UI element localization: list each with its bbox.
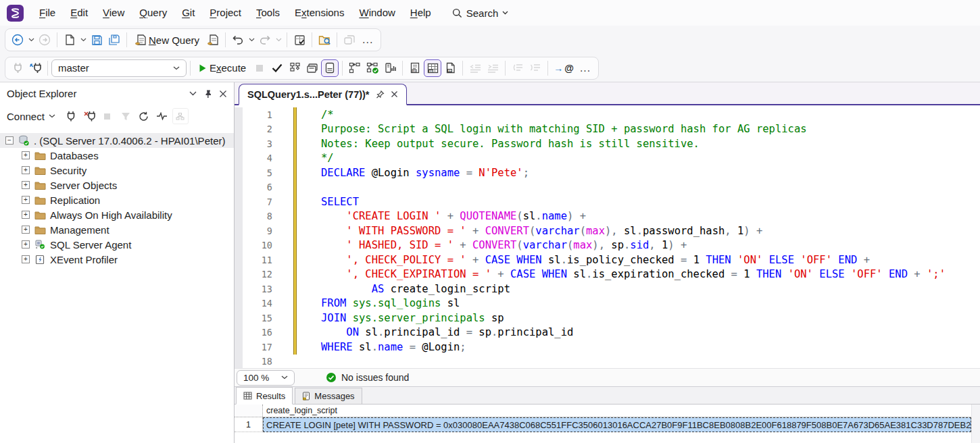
connect-dropdown[interactable]: Connect xyxy=(7,111,55,122)
menu-help[interactable]: Help xyxy=(403,4,439,21)
breakpoint-margin[interactable] xyxy=(235,194,243,209)
code-line-17[interactable]: 17WHERE sl.name = @Login; xyxy=(235,340,980,355)
oe-connect-server-button[interactable] xyxy=(63,108,79,124)
database-combobox[interactable]: master xyxy=(51,59,187,77)
code-line-5[interactable]: 5DECLARE @Login sysname = N'Pete'; xyxy=(235,165,980,180)
code-line-9[interactable]: 9 ' WITH PASSWORD = ' + CONVERT(varchar(… xyxy=(235,224,980,238)
navigate-backward-dropdown[interactable] xyxy=(26,31,36,49)
oe-object-details-button[interactable] xyxy=(172,108,189,124)
execute-button[interactable]: Execute xyxy=(194,59,251,77)
breakpoint-margin[interactable] xyxy=(235,311,243,325)
include-actual-execution-plan-button[interactable] xyxy=(346,59,364,77)
code-line-7[interactable]: 7SELECT xyxy=(235,194,980,209)
breakpoint-margin[interactable] xyxy=(235,107,243,122)
document-tab-close-icon[interactable] xyxy=(391,90,398,98)
breakpoint-margin[interactable] xyxy=(235,122,243,137)
code-line-4[interactable]: 4*/ xyxy=(235,151,980,166)
expand-expander-icon[interactable]: + xyxy=(22,181,30,189)
redo-button[interactable] xyxy=(256,31,274,49)
sql-code-editor[interactable]: 1/*2Purpose: Script a SQL login with mat… xyxy=(235,105,980,368)
parse-button[interactable] xyxy=(268,59,286,77)
expand-expander-icon[interactable]: + xyxy=(22,196,30,204)
change-connection-button[interactable] xyxy=(26,59,44,77)
new-database-engine-query-button[interactable] xyxy=(204,31,222,49)
results-tab-results[interactable]: Results xyxy=(236,387,293,405)
object-explorer-close-icon[interactable] xyxy=(219,90,227,98)
code-line-16[interactable]: 16 ON sl.principal_id = sp.principal_id xyxy=(235,325,980,340)
uncomment-selection-button[interactable] xyxy=(526,59,544,77)
tree-item-always-on-high-availability[interactable]: +Always On High Availability xyxy=(0,207,234,222)
code-line-3[interactable]: 3Notes: Keep output secure. Password has… xyxy=(235,136,980,151)
tree-item-security[interactable]: +Security xyxy=(0,163,234,178)
oe-activity-monitor-button[interactable] xyxy=(154,108,170,124)
code-line-2[interactable]: 2Purpose: Script a SQL login with matchi… xyxy=(235,122,980,137)
menu-window[interactable]: Window xyxy=(351,4,402,21)
tree-item-server-objects[interactable]: +Server Objects xyxy=(0,178,234,192)
oe-filter-button[interactable] xyxy=(118,108,134,124)
code-line-8[interactable]: 8 'CREATE LOGIN ' + QUOTENAME(sl.name) + xyxy=(235,209,980,224)
breakpoint-margin[interactable] xyxy=(235,325,243,340)
toggle-results-pane-button[interactable] xyxy=(321,59,339,77)
undo-dropdown[interactable] xyxy=(247,31,256,49)
query-options-button[interactable] xyxy=(303,59,321,77)
breakpoint-margin[interactable] xyxy=(235,151,243,166)
results-to-text-button[interactable]: 01 xyxy=(406,59,424,77)
expand-expander-icon[interactable]: + xyxy=(22,151,30,159)
editor-zoom-combobox[interactable]: 100 % xyxy=(237,370,295,386)
new-query-button[interactable]: New Query xyxy=(130,31,204,49)
code-line-14[interactable]: 14FROM sys.sql_logins sl xyxy=(235,296,980,311)
menu-file[interactable]: File xyxy=(32,4,63,21)
query-toolbar-overflow-button[interactable]: ... xyxy=(576,62,595,74)
results-tab-messages[interactable]: Messages xyxy=(295,388,362,404)
row-number-cell[interactable]: 1 xyxy=(235,417,263,432)
result-value-cell[interactable]: CREATE LOGIN [pete] WITH PASSWORD = 0x03… xyxy=(263,417,971,432)
breakpoint-margin[interactable] xyxy=(235,253,243,267)
menu-query[interactable]: Query xyxy=(132,4,174,21)
include-live-query-statistics-button[interactable] xyxy=(364,59,381,77)
breakpoint-margin[interactable] xyxy=(235,165,243,180)
cancel-query-button[interactable] xyxy=(251,59,268,77)
search-control[interactable]: Search xyxy=(447,5,514,22)
increase-indent-button[interactable] xyxy=(484,59,501,77)
menu-git[interactable]: Git xyxy=(174,4,202,21)
tree-item-xevent-profiler[interactable]: +XEvent Profiler xyxy=(0,252,234,267)
tree-item-sql-server-agent[interactable]: +SQL Server Agent xyxy=(0,237,234,252)
breakpoint-margin[interactable] xyxy=(235,340,243,355)
menu-view[interactable]: View xyxy=(95,4,132,21)
breakpoint-margin[interactable] xyxy=(235,136,243,151)
menu-extensions[interactable]: Extensions xyxy=(287,4,351,21)
expand-expander-icon[interactable]: + xyxy=(22,166,30,174)
results-to-file-button[interactable]: 01 xyxy=(441,59,459,77)
new-file-button[interactable] xyxy=(61,31,78,49)
code-line-12[interactable]: 12 ', CHECK_EXPIRATION = ' + CASE WHEN s… xyxy=(235,267,980,282)
menu-edit[interactable]: Edit xyxy=(63,4,95,21)
save-all-button[interactable] xyxy=(105,31,123,49)
comment-selection-button[interactable] xyxy=(509,59,526,77)
standard-toolbar-overflow-button[interactable]: ... xyxy=(358,34,377,46)
specify-template-parameters-button[interactable]: →@ xyxy=(552,59,576,77)
tree-item-management[interactable]: +Management xyxy=(0,222,234,237)
breakpoint-margin[interactable] xyxy=(235,238,243,253)
redo-dropdown[interactable] xyxy=(274,31,283,49)
decrease-indent-button[interactable] xyxy=(466,59,484,77)
oe-stop-button[interactable] xyxy=(99,108,116,124)
preview-pages-button[interactable] xyxy=(341,31,358,49)
browse-folder-search-button[interactable] xyxy=(316,31,333,49)
menu-project[interactable]: Project xyxy=(202,4,249,21)
breakpoint-margin[interactable] xyxy=(235,180,243,195)
breakpoint-margin[interactable] xyxy=(235,267,243,282)
code-line-15[interactable]: 15JOIN sys.server_principals sp xyxy=(235,311,980,325)
code-line-10[interactable]: 10 ' HASHED, SID = ' + CONVERT(varchar(m… xyxy=(235,238,980,253)
results-to-grid-button[interactable]: 01 xyxy=(424,59,441,77)
navigate-backward-button[interactable] xyxy=(9,31,26,49)
collapse-expander-icon[interactable]: − xyxy=(5,136,14,145)
breakpoint-margin[interactable] xyxy=(235,209,243,224)
document-tab-pin-icon[interactable] xyxy=(376,90,385,99)
navigate-forward-button[interactable] xyxy=(36,31,53,49)
object-explorer-menu-chevron-icon[interactable] xyxy=(189,91,197,96)
expand-expander-icon[interactable]: + xyxy=(22,211,30,219)
code-line-1[interactable]: 1/* xyxy=(235,107,980,122)
display-estimated-execution-plan-button[interactable] xyxy=(286,59,303,77)
breakpoint-margin[interactable] xyxy=(235,355,243,369)
code-line-13[interactable]: 13 AS create_login_script xyxy=(235,282,980,296)
